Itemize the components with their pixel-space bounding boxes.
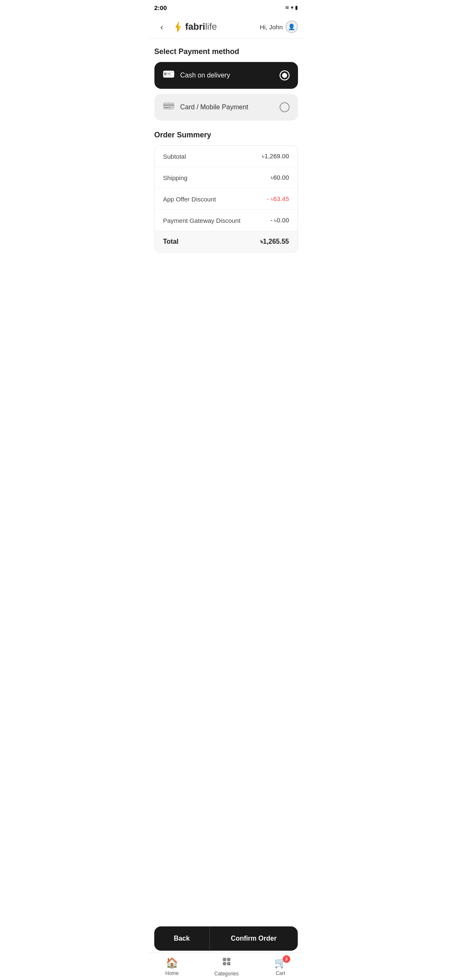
user-greeting-text: Hi, John xyxy=(259,23,282,31)
shipping-label: Shipping xyxy=(163,174,187,181)
bottom-nav: 🏠 Home Categories 🛒 3 Cart xyxy=(148,953,305,980)
header: ‹ fabrilife Hi, John 👤 xyxy=(148,15,305,39)
wifi-icon: ▾ xyxy=(291,5,293,10)
summary-row-app-discount: App Offer Discount - ৳63.45 xyxy=(155,188,298,210)
cart-label: Cart xyxy=(276,970,285,976)
main-content: Select Payment method Cash on delivery xyxy=(148,39,305,320)
svg-rect-11 xyxy=(223,958,226,961)
user-avatar: 👤 xyxy=(285,21,298,33)
summary-row-total: Total ৳1,265.55 xyxy=(155,231,298,252)
cod-label: Cash on delivery xyxy=(180,72,230,79)
nav-item-home[interactable]: 🏠 Home xyxy=(165,957,179,976)
categories-icon xyxy=(221,957,231,969)
order-summary-section: Order Summery Subtotal ৳1,269.00 Shippin… xyxy=(154,131,298,253)
svg-rect-8 xyxy=(163,104,174,106)
cod-radio xyxy=(280,70,290,80)
cod-radio-inner xyxy=(282,73,287,78)
total-label: Total xyxy=(163,238,179,245)
back-action-label: Back xyxy=(174,935,190,942)
confirm-order-label: Confirm Order xyxy=(231,935,277,942)
cash-icon xyxy=(163,70,175,81)
svg-rect-12 xyxy=(227,958,230,961)
svg-rect-13 xyxy=(223,962,226,965)
payment-option-cod[interactable]: Cash on delivery xyxy=(154,62,298,89)
card-icon xyxy=(163,101,175,113)
subtotal-value: ৳1,269.00 xyxy=(262,152,289,160)
categories-label: Categories xyxy=(214,971,239,977)
payment-card-left: Card / Mobile Payment xyxy=(163,101,249,113)
shipping-value: ৳60.00 xyxy=(271,174,289,181)
logo-bolt-icon xyxy=(174,21,183,33)
status-bar: 2:00 ≋ ▾ ▮ xyxy=(148,0,305,15)
svg-rect-4 xyxy=(167,73,171,75)
status-time: 2:00 xyxy=(154,4,167,11)
svg-rect-9 xyxy=(164,107,168,108)
order-summary-title: Order Summery xyxy=(154,131,298,139)
confirm-order-button[interactable]: Confirm Order xyxy=(210,926,298,951)
payment-option-card[interactable]: Card / Mobile Payment xyxy=(154,94,298,121)
logo-text: fabrilife xyxy=(185,21,217,32)
card-label: Card / Mobile Payment xyxy=(180,103,249,111)
payment-section-title: Select Payment method xyxy=(154,47,298,56)
home-icon: 🏠 xyxy=(166,957,178,969)
summary-row-shipping: Shipping ৳60.00 xyxy=(155,167,298,188)
back-arrow-icon: ‹ xyxy=(160,22,163,32)
gateway-discount-value: - ৳0.00 xyxy=(270,217,289,224)
svg-rect-5 xyxy=(163,72,174,73)
header-left: ‹ fabrilife xyxy=(154,19,217,34)
total-value: ৳1,265.55 xyxy=(260,238,289,245)
summary-row-gateway-discount: Payment Gateway Discount - ৳0.00 xyxy=(155,210,298,231)
app-discount-value: - ৳63.45 xyxy=(267,195,289,203)
gateway-discount-label: Payment Gateway Discount xyxy=(163,217,241,224)
svg-rect-3 xyxy=(164,73,167,75)
signal-icon: ≋ xyxy=(285,5,289,10)
subtotal-label: Subtotal xyxy=(163,153,186,160)
svg-rect-14 xyxy=(227,962,230,965)
nav-item-categories[interactable]: Categories xyxy=(214,957,239,977)
nav-item-cart[interactable]: 🛒 3 Cart xyxy=(274,957,287,976)
cart-badge: 3 xyxy=(282,955,290,963)
back-button[interactable]: ‹ xyxy=(154,19,170,34)
logo: fabrilife xyxy=(174,21,217,33)
battery-icon: ▮ xyxy=(295,5,298,10)
card-radio xyxy=(280,102,290,112)
payment-cod-left: Cash on delivery xyxy=(163,70,230,81)
summary-card: Subtotal ৳1,269.00 Shipping ৳60.00 App O… xyxy=(154,145,298,253)
home-label: Home xyxy=(165,970,179,976)
app-discount-label: App Offer Discount xyxy=(163,196,216,203)
svg-rect-10 xyxy=(169,107,170,108)
bottom-action-bar: Back Confirm Order xyxy=(154,926,298,951)
user-greeting[interactable]: Hi, John 👤 xyxy=(259,21,298,33)
back-action-button[interactable]: Back xyxy=(154,926,210,951)
summary-row-subtotal: Subtotal ৳1,269.00 xyxy=(155,146,298,167)
status-icons: ≋ ▾ ▮ xyxy=(285,5,298,10)
user-icon: 👤 xyxy=(288,23,295,30)
svg-rect-6 xyxy=(163,75,174,76)
